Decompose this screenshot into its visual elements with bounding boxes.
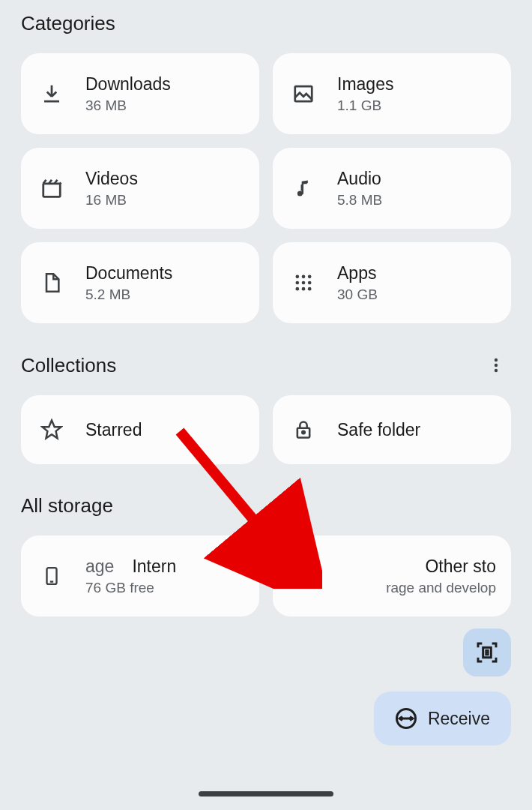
svg-point-3	[302, 275, 306, 279]
category-subtitle: 36 MB	[85, 98, 171, 114]
storage-subtitle: rage and develop	[386, 580, 496, 596]
receive-button[interactable]: Receive	[374, 692, 511, 746]
storage-icon	[288, 560, 319, 592]
storage-title: Intern	[132, 556, 176, 577]
svg-point-9	[302, 287, 306, 291]
category-subtitle: 5.8 MB	[337, 192, 382, 208]
scan-icon	[475, 640, 499, 664]
audio-icon	[288, 172, 319, 204]
download-icon	[36, 78, 67, 110]
collections-heading: Collections	[21, 354, 116, 377]
category-title: Apps	[337, 263, 378, 284]
svg-point-8	[296, 287, 300, 291]
image-icon	[288, 78, 319, 110]
category-subtitle: 5.2 MB	[85, 286, 172, 303]
svg-point-5	[296, 281, 300, 285]
svg-point-11	[495, 358, 498, 362]
svg-point-4	[308, 275, 312, 279]
collection-safe-folder[interactable]: Safe folder	[273, 395, 511, 464]
category-subtitle: 16 MB	[85, 192, 138, 208]
storage-other[interactable]: Other sto rage and develop	[273, 536, 511, 616]
storage-title: Other sto	[425, 556, 496, 577]
collection-title: Starred	[85, 420, 142, 440]
collection-starred[interactable]: Starred	[21, 395, 259, 464]
scan-button[interactable]	[463, 628, 511, 676]
category-title: Documents	[85, 263, 172, 284]
star-icon	[36, 414, 67, 446]
category-downloads[interactable]: Downloads 36 MB	[21, 53, 259, 134]
categories-heading: Categories	[21, 12, 511, 35]
svg-point-10	[308, 287, 312, 291]
all-storage-heading: All storage	[21, 494, 511, 518]
phone-icon	[36, 560, 67, 592]
document-icon	[36, 267, 67, 298]
svg-point-12	[495, 364, 498, 367]
storage-internal[interactable]: age Intern 76 GB free	[21, 536, 259, 616]
category-title: Videos	[85, 169, 138, 189]
storage-subtitle: 76 GB free	[85, 580, 244, 596]
svg-point-6	[302, 281, 306, 285]
home-indicator[interactable]	[199, 791, 333, 796]
apps-icon	[288, 267, 319, 298]
category-title: Images	[337, 74, 393, 94]
svg-point-2	[296, 275, 300, 279]
svg-point-13	[495, 369, 498, 372]
category-subtitle: 1.1 GB	[337, 98, 393, 114]
collection-title: Safe folder	[337, 420, 420, 440]
svg-rect-1	[43, 184, 61, 197]
category-apps[interactable]: Apps 30 GB	[273, 242, 511, 323]
receive-icon	[395, 707, 417, 730]
category-title: Audio	[337, 169, 382, 189]
category-audio[interactable]: Audio 5.8 MB	[273, 148, 511, 229]
receive-label: Receive	[428, 709, 490, 729]
category-subtitle: 30 GB	[337, 286, 378, 303]
category-title: Downloads	[85, 74, 171, 94]
more-options-button[interactable]	[481, 350, 511, 380]
collections-grid: Starred Safe folder	[21, 395, 511, 464]
storage-grid: age Intern 76 GB free Other sto rage and…	[21, 536, 511, 616]
categories-grid: Downloads 36 MB Images 1.1 GB Videos 16 …	[21, 53, 511, 323]
category-documents[interactable]: Documents 5.2 MB	[21, 242, 259, 323]
svg-point-21	[297, 569, 298, 571]
category-videos[interactable]: Videos 16 MB	[21, 148, 259, 229]
svg-point-22	[297, 574, 298, 576]
storage-title-fragment: age	[85, 556, 114, 577]
lock-icon	[288, 414, 319, 446]
video-icon	[36, 172, 67, 204]
svg-point-7	[308, 281, 312, 285]
svg-point-23	[297, 580, 298, 582]
svg-point-15	[302, 431, 305, 434]
category-images[interactable]: Images 1.1 GB	[273, 53, 511, 134]
